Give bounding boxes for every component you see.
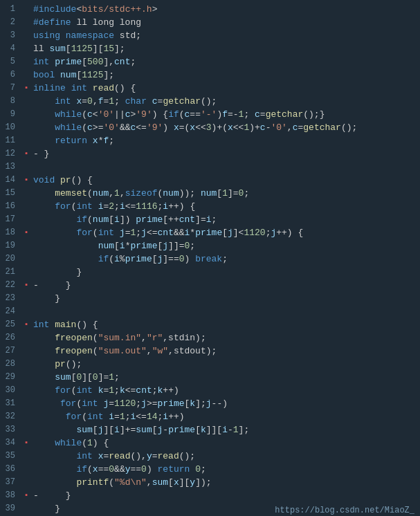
code-line: 5 int prime[500],cnt; — [0, 55, 420, 68]
line-number: 9 — [0, 108, 21, 121]
code-line: 30 for(int k=1;k<=cnt;k++) — [0, 384, 420, 397]
code-content: int x=read(),y=read(); — [32, 450, 420, 463]
code-line: 20 if(i%prime[j]==0) break; — [0, 252, 420, 266]
code-line: 13 — [0, 160, 420, 174]
code-line: 1 #include<bits/stdc++.h> — [0, 3, 420, 16]
line-number: 34 — [0, 436, 21, 450]
line-number: 15 — [0, 187, 21, 200]
line-number: 12 — [0, 147, 21, 160]
code-line: 32 for(int i=1;i<=14;i++) — [0, 410, 420, 423]
code-content: for(int i=2;i<=1116;i++) { — [32, 200, 420, 213]
line-number: 26 — [0, 331, 21, 344]
code-content: int x=0,f=1; char c=getchar(); — [32, 95, 420, 108]
line-number: 31 — [0, 397, 21, 410]
line-number: 13 — [0, 160, 21, 174]
code-line: 26 freopen("sum.in","r",stdin); — [0, 331, 420, 344]
code-content: printf("%d\n",sum[x][y]); — [32, 476, 420, 489]
code-content: freopen("sum.out","w",stdout); — [32, 344, 420, 358]
code-content: memset(num,1,sizeof(num)); num[1]=0; — [32, 187, 420, 200]
code-content: while(c<'0'||c>'9') {if(c=='-')f=-1; c=g… — [32, 108, 420, 121]
code-line: 27 freopen("sum.out","w",stdout); — [0, 344, 420, 358]
line-number: 29 — [0, 371, 21, 384]
line-number: 28 — [0, 358, 21, 371]
line-number: 16 — [0, 200, 21, 213]
code-line: 33 sum[j][i]+=sum[j-prime[k]][i-1]; — [0, 423, 420, 436]
code-line: 10 while(c>='0'&&c<='9') x=(x<<3)+(x<<1)… — [0, 121, 420, 134]
line-number: 23 — [0, 292, 21, 305]
fold-marker[interactable]: ▪ — [21, 489, 32, 502]
fold-marker[interactable]: ▪ — [21, 147, 32, 160]
code-content: using namespace std; — [32, 29, 420, 42]
code-content: return x*f; — [32, 134, 420, 147]
code-content: for(int k=1;k<=cnt;k++) — [32, 384, 420, 397]
line-number: 5 — [0, 55, 21, 68]
code-line: 9 while(c<'0'||c>'9') {if(c=='-')f=-1; c… — [0, 108, 420, 121]
code-content: for(int j=1;j<=cnt&&i*prime[j]<1120;j++)… — [32, 226, 420, 239]
code-content: if(num[i]) prime[++cnt]=i; — [32, 213, 420, 226]
code-line: 38▪- } — [0, 489, 420, 502]
fold-marker[interactable]: ▪ — [21, 436, 32, 450]
line-number: 18 — [0, 226, 21, 239]
fold-marker[interactable]: ▪ — [21, 318, 32, 331]
code-line: 7▪inline int read() { — [0, 82, 420, 95]
code-line: 11 return x*f; — [0, 134, 420, 147]
code-content: for(int j=1120;j>=prime[k];j--) — [32, 397, 420, 410]
line-number: 22 — [0, 279, 21, 292]
code-content: num[i*prime[j]]=0; — [32, 239, 420, 252]
code-content: while(1) { — [32, 436, 420, 450]
line-number: 35 — [0, 450, 21, 463]
line-number: 37 — [0, 476, 21, 489]
line-number: 33 — [0, 423, 21, 436]
line-number: 14 — [0, 174, 21, 187]
code-line: 34▪ while(1) { — [0, 436, 420, 450]
line-number: 1 — [0, 3, 21, 16]
code-content: } — [32, 266, 420, 279]
code-line: 17 if(num[i]) prime[++cnt]=i; — [0, 213, 420, 226]
line-number: 8 — [0, 95, 21, 108]
code-line: 25▪int main() { — [0, 318, 420, 331]
code-content: if(i%prime[j]==0) break; — [32, 252, 420, 266]
code-content: inline int read() { — [32, 82, 420, 95]
code-content: void pr() { — [32, 174, 420, 187]
code-line: 31 for(int j=1120;j>=prime[k];j--) — [0, 397, 420, 410]
line-number: 38 — [0, 489, 21, 502]
code-line: 23 } — [0, 292, 420, 305]
line-number: 10 — [0, 121, 21, 134]
code-line: 14▪void pr() { — [0, 174, 420, 187]
code-editor: 1 #include<bits/stdc++.h>2 #define ll lo… — [0, 0, 420, 516]
code-content: #include<bits/stdc++.h> — [32, 3, 420, 16]
line-number: 39 — [0, 502, 21, 515]
line-number: 24 — [0, 305, 21, 318]
code-content: int prime[500],cnt; — [32, 55, 420, 68]
code-line: 8 int x=0,f=1; char c=getchar(); — [0, 95, 420, 108]
fold-marker[interactable]: ▪ — [21, 82, 32, 95]
code-content: for(int i=1;i<=14;i++) — [32, 410, 420, 423]
code-line: 12▪- } — [0, 147, 420, 160]
line-number: 30 — [0, 384, 21, 397]
fold-marker[interactable]: ▪ — [21, 279, 32, 292]
code-line: 15 memset(num,1,sizeof(num)); num[1]=0; — [0, 187, 420, 200]
line-number: 21 — [0, 266, 21, 279]
code-line: 16 for(int i=2;i<=1116;i++) { — [0, 200, 420, 213]
code-line: 2 #define ll long long — [0, 16, 420, 29]
code-line: 37 printf("%d\n",sum[x][y]); — [0, 476, 420, 489]
code-line: 19 num[i*prime[j]]=0; — [0, 239, 420, 252]
fold-marker[interactable]: ▪ — [21, 226, 32, 239]
code-line: 21 } — [0, 266, 420, 279]
code-line: 18▪ for(int j=1;j<=cnt&&i*prime[j]<1120;… — [0, 226, 420, 239]
code-content: pr(); — [32, 358, 420, 371]
url-bar: https://blog.csdn.net/MiaoZ_ — [275, 506, 414, 515]
code-content: while(c>='0'&&c<='9') x=(x<<3)+(x<<1)+c-… — [32, 121, 420, 134]
line-number: 3 — [0, 29, 21, 42]
line-number: 2 — [0, 16, 21, 29]
code-content: - } — [32, 279, 420, 292]
line-number: 17 — [0, 213, 21, 226]
code-line: 3 using namespace std; — [0, 29, 420, 42]
line-number: 36 — [0, 463, 21, 476]
line-number: 11 — [0, 134, 21, 147]
code-line: 6 bool num[1125]; — [0, 68, 420, 82]
fold-marker[interactable]: ▪ — [21, 174, 32, 187]
line-number: 7 — [0, 82, 21, 95]
line-number: 32 — [0, 410, 21, 423]
line-number: 27 — [0, 344, 21, 358]
